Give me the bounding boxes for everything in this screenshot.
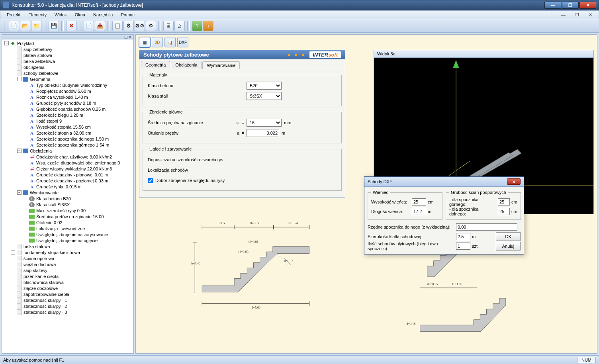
- pin-icon[interactable]: ◫: [124, 35, 128, 39]
- tree-node[interactable]: ARozpiętość schodów 5.60 m: [3, 88, 133, 94]
- tab-obciazenia[interactable]: Obciążenia: [171, 61, 202, 69]
- info-icon[interactable]: i: [203, 21, 213, 31]
- tree-node[interactable]: AWysokość stopnia 15.56 cm: [3, 124, 133, 130]
- select-klasa-stali[interactable]: St3SX: [247, 92, 282, 100]
- tree-node[interactable]: belka żelbetowa: [3, 58, 133, 64]
- gear-icon[interactable]: ⚙: [123, 21, 134, 31]
- tree-node[interactable]: obciążenia: [3, 64, 133, 70]
- tab-geometria[interactable]: Geometria: [141, 61, 170, 69]
- new-file-icon[interactable]: 📄: [9, 21, 19, 31]
- tree-node[interactable]: AGłębokość oparcia schodów 0.25 m: [3, 106, 133, 112]
- tree-node[interactable]: −Wymiarowanie: [3, 190, 133, 196]
- input-gr-gornego[interactable]: [498, 198, 510, 205]
- tree-node[interactable]: Max. szerokość rysy 0.30: [3, 207, 133, 213]
- tree-node[interactable]: ściana oporowa: [3, 255, 133, 261]
- select-srednica[interactable]: 16: [247, 119, 282, 127]
- minimize-button[interactable]: —: [544, 2, 561, 9]
- ok-button[interactable]: OK: [496, 232, 521, 241]
- mdi-minimize-icon[interactable]: —: [558, 12, 569, 18]
- open-folder-icon[interactable]: 📂: [20, 21, 30, 31]
- input-rzedne[interactable]: [456, 223, 517, 231]
- tree-node[interactable]: +fundamenty-stopa kielichowa: [3, 249, 133, 255]
- tree-node[interactable]: więźba dachowa: [3, 261, 133, 267]
- menu-narzedzia[interactable]: Narzędzia: [90, 12, 116, 18]
- label-srednica: Średnica prętów na zginanie: [148, 120, 227, 125]
- tree-node[interactable]: stateczność skarpy - 3: [3, 309, 133, 315]
- tree-node[interactable]: ASzerokość stopnia 32.00 cm: [3, 130, 133, 136]
- tree-node[interactable]: −schody żelbetowe: [3, 70, 133, 76]
- input-gr-dolnego[interactable]: [498, 208, 510, 215]
- tab-3d-view[interactable]: 3D: [152, 37, 163, 47]
- help-icon[interactable]: ?: [192, 21, 202, 31]
- menu-projekt[interactable]: Projekt: [4, 12, 23, 18]
- input-szer-klatki[interactable]: [456, 233, 470, 240]
- close-button[interactable]: ✕: [579, 2, 596, 9]
- tree-node[interactable]: AIlość stopni 9: [3, 118, 133, 124]
- tree-node[interactable]: słup stalowy: [3, 267, 133, 273]
- tree-node[interactable]: ATyp obiektu : Budynek wielorodzinny: [3, 82, 133, 88]
- tree-node[interactable]: −Obciążenia: [3, 148, 133, 154]
- tree-node[interactable]: AGrubość tynku 0.015 m: [3, 184, 133, 190]
- select-klasa-betonu[interactable]: B20: [247, 82, 282, 90]
- tab-wymiarowanie[interactable]: Wymiarowanie: [202, 61, 240, 69]
- tab-chart-view[interactable]: 📊: [164, 37, 176, 47]
- tree-node[interactable]: złącze doczołowe: [3, 285, 133, 291]
- tree-node[interactable]: −◆Przykład: [3, 40, 133, 46]
- calculator-icon[interactable]: 🖩: [163, 21, 174, 31]
- close-panel-icon[interactable]: ✕: [129, 35, 132, 39]
- print-icon[interactable]: 🖨: [174, 21, 185, 31]
- tree-node[interactable]: słup żelbetowy: [3, 46, 133, 52]
- tree-node[interactable]: AGrubość okładziny - pionowej 0.01 m: [3, 172, 133, 178]
- tree-node[interactable]: stateczność skarpy - 1: [3, 297, 133, 303]
- tree-node[interactable]: StKlasa betonu B20: [3, 196, 133, 202]
- cancel-button[interactable]: Anuluj: [496, 242, 521, 250]
- tree-node[interactable]: przenikanie ciepła: [3, 273, 133, 279]
- tab-dxf-view[interactable]: DXF: [177, 37, 188, 47]
- label-szer-klatki: Szerokość klatki schodowej:: [368, 234, 454, 239]
- tree-node[interactable]: Średnica prętów na zginanie 16.00: [3, 213, 133, 219]
- gears-icon[interactable]: ⚙⚙: [135, 21, 145, 31]
- tree-node[interactable]: płatew stalowa: [3, 52, 133, 58]
- tree-node[interactable]: ASzerokość biegu 1.20 m: [3, 112, 133, 118]
- tree-node[interactable]: belka stalowa: [3, 243, 133, 249]
- menu-elementy[interactable]: Elementy: [25, 12, 50, 18]
- input-wys-wienca[interactable]: [412, 198, 426, 205]
- tree-node[interactable]: AGrubość okładziny - poziomej 0.03 m: [3, 178, 133, 184]
- mdi-restore-icon[interactable]: ❐: [572, 12, 582, 18]
- tree-node[interactable]: Lokalizacja : wewnętrzne: [3, 225, 133, 231]
- dialog-close-button[interactable]: ✕: [507, 178, 521, 185]
- tree-node[interactable]: ASzerokość spocznika dolnego 1.50 m: [3, 136, 133, 142]
- menu-widok[interactable]: Widok: [51, 12, 70, 18]
- menu-pomoc[interactable]: Pomoc: [118, 12, 138, 18]
- input-ilosc-schodow[interactable]: [456, 243, 470, 250]
- tree-node[interactable]: StKlasa stali St3SX: [3, 202, 133, 207]
- copy-icon[interactable]: 📋: [112, 21, 123, 31]
- tree-node[interactable]: AGrubość płyty schodów 0.18 m: [3, 100, 133, 106]
- tree-node[interactable]: AWsp. części długotrwałej obc. zmiennego…: [3, 160, 133, 166]
- tree-node[interactable]: ASzerokość spocznika górnego 1.54 m: [3, 142, 133, 148]
- project-tree[interactable]: −◆Przykładsłup żelbetowypłatew stalowabe…: [2, 39, 133, 353]
- tree-node[interactable]: zapotrzebowanie ciepła: [3, 291, 133, 297]
- tree-node[interactable]: ⇄Ciężar własny wykładziny 22.00 kN.m3: [3, 166, 133, 172]
- checkbox-dobor-zbrojenia[interactable]: [148, 178, 153, 183]
- menu-okna[interactable]: Okna: [72, 12, 88, 18]
- save-folder-icon[interactable]: 📁: [31, 21, 41, 31]
- tree-node[interactable]: ARóżnica wysokości 1.40 m: [3, 94, 133, 100]
- mdi-close-icon[interactable]: ✕: [585, 12, 595, 18]
- document-icon[interactable]: 📄: [84, 21, 94, 31]
- tree-node[interactable]: Uwzględnij zbrojenie na zarysowanie: [3, 231, 133, 237]
- tree-node[interactable]: ⇄Obciążenie char. użytkowe 3.00 kN/m2: [3, 154, 133, 160]
- tree-node[interactable]: Otulenie 0.02: [3, 219, 133, 225]
- tab-form-view[interactable]: ▦: [139, 37, 150, 47]
- gear-icon-3[interactable]: ⚙: [146, 21, 156, 31]
- save-icon[interactable]: 💾: [49, 21, 59, 31]
- tree-node[interactable]: blachownica stalowa: [3, 279, 133, 285]
- delete-icon[interactable]: ✖: [66, 21, 76, 31]
- tree-node[interactable]: Uwzględnij zbrojenie na ugięcie: [3, 237, 133, 243]
- tree-node[interactable]: stateczność skarpy - 2: [3, 303, 133, 309]
- tree-node[interactable]: −Geometria: [3, 76, 133, 82]
- export-icon[interactable]: 📤: [95, 21, 105, 31]
- input-dl-wienca[interactable]: [412, 208, 426, 215]
- maximize-button[interactable]: ❐: [562, 2, 579, 9]
- input-otulenie[interactable]: [247, 129, 279, 137]
